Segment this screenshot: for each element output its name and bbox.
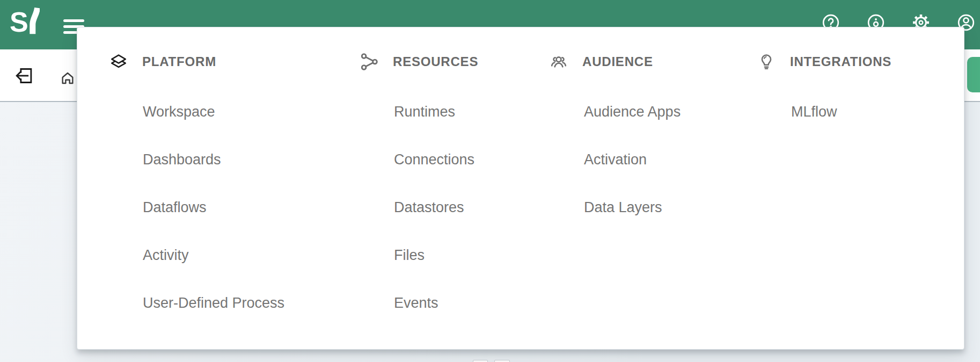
section-title: AUDIENCE [582, 54, 653, 69]
menu-item-workspace[interactable]: Workspace [143, 103, 215, 121]
menu-item-datastores[interactable]: Datastores [394, 198, 464, 216]
menu-item-audience-apps[interactable]: Audience Apps [584, 103, 681, 121]
menu-item-activation[interactable]: Activation [584, 150, 647, 169]
section-title: INTEGRATIONS [790, 54, 891, 69]
section-title: RESOURCES [393, 54, 478, 69]
partial-button-right[interactable] [494, 360, 510, 362]
menu-item-files[interactable]: Files [394, 246, 425, 264]
menu-item-runtimes[interactable]: Runtimes [394, 103, 455, 121]
people-icon [550, 53, 568, 71]
layers-icon [109, 53, 128, 71]
menu-item-connections[interactable]: Connections [394, 150, 474, 169]
logo-stroke-icon [28, 7, 40, 35]
menu-item-activity[interactable]: Activity [143, 246, 189, 264]
logo-letter: S [10, 7, 28, 37]
menu-item-dataflows[interactable]: Dataflows [143, 198, 207, 216]
section-header-audience: AUDIENCE [550, 51, 653, 73]
exit-nav-icon[interactable] [14, 66, 35, 86]
menu-item-dashboards[interactable]: Dashboards [143, 150, 221, 169]
mega-menu-panel: PLATFORM Workspace Dashboards Dataflows … [77, 27, 964, 350]
menu-item-user-defined-process[interactable]: User-Defined Process [143, 294, 284, 312]
section-title: PLATFORM [142, 54, 216, 69]
share-icon [360, 53, 378, 71]
app-logo[interactable]: S [10, 7, 40, 37]
create-button-partial[interactable] [967, 57, 980, 92]
home-icon[interactable] [60, 70, 76, 86]
section-header-resources: RESOURCES [360, 51, 478, 73]
section-header-integrations: INTEGRATIONS [757, 51, 891, 73]
partial-button-left[interactable] [473, 360, 488, 362]
section-header-platform: PLATFORM [109, 51, 216, 73]
menu-item-mlflow[interactable]: MLflow [791, 103, 837, 121]
menu-item-data-layers[interactable]: Data Layers [584, 198, 662, 216]
lightbulb-icon [757, 53, 776, 71]
menu-item-events[interactable]: Events [394, 294, 438, 312]
